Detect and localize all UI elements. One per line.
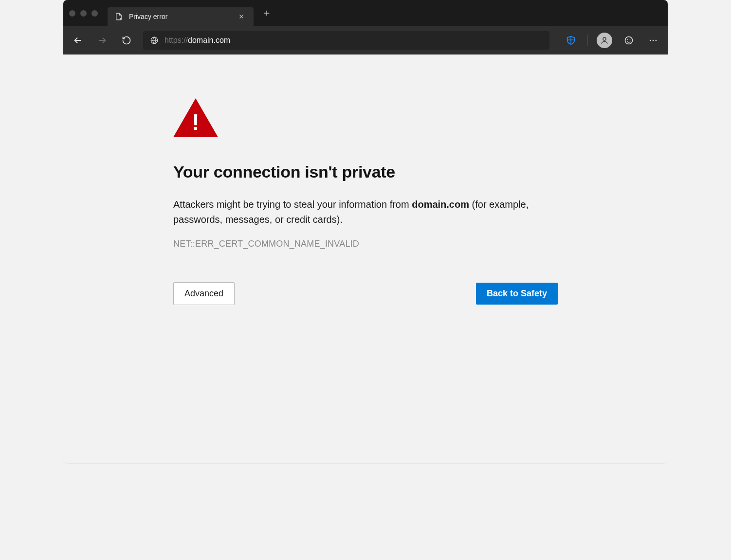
error-desc-prefix: Attackers might be trying to steal your … [173,199,412,210]
toolbar-separator [587,35,588,46]
back-button[interactable] [70,33,86,48]
svg-point-5 [650,39,651,41]
error-headline: Your connection isn't private [173,163,558,181]
back-to-safety-button[interactable]: Back to Safety [476,283,558,305]
error-description: Attackers might be trying to steal your … [173,197,543,227]
warning-triangle-icon: ! [173,98,218,137]
toolbar: https://domain.com [63,26,668,54]
toolbar-right [563,33,661,48]
url-host: domain.com [188,36,230,45]
profile-button[interactable] [597,33,612,48]
minimize-window-button[interactable] [80,10,87,17]
browser-tab[interactable]: Privacy error [108,7,254,26]
ssl-error-interstitial: ! Your connection isn't private Attacker… [168,98,563,305]
window-controls [69,10,98,17]
reload-button[interactable] [119,33,134,48]
settings-menu-button[interactable] [645,33,661,48]
maximize-window-button[interactable] [91,10,98,17]
svg-point-6 [653,39,654,41]
svg-point-2 [625,36,633,44]
svg-point-7 [656,39,657,41]
tab-title: Privacy error [129,13,230,20]
browser-window: Privacy error [63,0,668,463]
site-info-icon[interactable] [150,36,159,45]
tracking-prevention-icon[interactable] [563,33,579,48]
close-window-button[interactable] [69,10,75,17]
titlebar: Privacy error [63,0,668,26]
address-bar[interactable]: https://domain.com [143,31,549,50]
tab-close-button[interactable] [236,11,247,22]
error-code: NET::ERR_CERT_COMMON_NAME_INVALID [173,239,558,249]
feedback-icon[interactable] [621,33,637,48]
button-row: Advanced Back to Safety [173,282,558,305]
url-scheme: https:// [164,36,188,45]
svg-point-4 [630,39,631,40]
page-content: ! Your connection isn't private Attacker… [63,54,668,463]
new-tab-button[interactable] [258,5,275,21]
error-domain: domain.com [412,199,469,210]
forward-button[interactable] [94,33,110,48]
svg-point-3 [627,39,628,40]
tab-error-icon [114,12,123,21]
advanced-button[interactable]: Advanced [173,282,235,305]
url-text: https://domain.com [164,36,230,45]
svg-point-1 [603,37,606,40]
